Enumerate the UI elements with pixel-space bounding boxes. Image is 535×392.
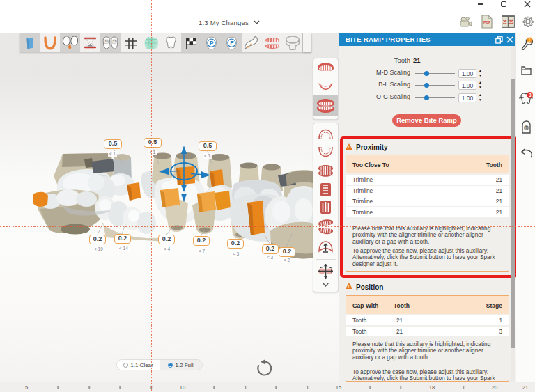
- svg-text:!: !: [529, 38, 530, 42]
- svg-text:3: 3: [529, 93, 532, 97]
